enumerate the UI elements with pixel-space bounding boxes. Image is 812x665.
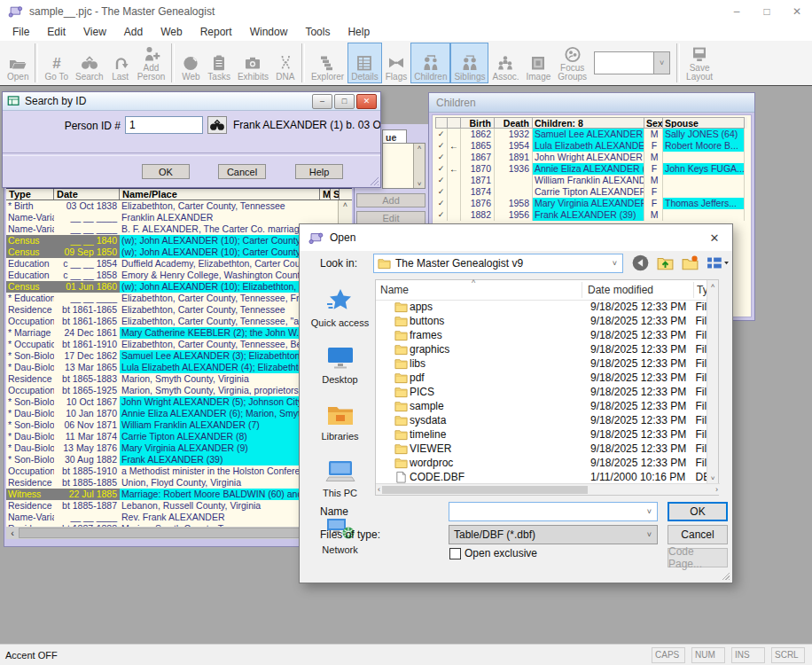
menu-add[interactable]: Add [115, 26, 152, 38]
toolbar-button-siblings[interactable]: Siblings [450, 43, 488, 83]
menu-view[interactable]: View [74, 26, 115, 38]
file-row-timeline[interactable]: timeline9/18/2025 12:33 PMFil [376, 427, 707, 442]
maximize-button[interactable]: □ [752, 0, 782, 22]
value-tab[interactable]: ue [382, 129, 407, 143]
scroll-up-icon[interactable]: ˄ [418, 144, 422, 152]
open-dialog-close-button[interactable]: ✕ [697, 224, 732, 251]
event-row[interactable]: Census__ __ 1840(w); John ALEXANDER (10)… [6, 235, 340, 246]
sidebar-item-desktop[interactable]: Desktop [305, 336, 375, 393]
event-row[interactable]: * Dau-Biologic13 May 1876Mary Virginia A… [6, 442, 340, 454]
children-row[interactable]: ✓←18701936Annie Eliza ALEXANDER (6)FJohn… [435, 163, 747, 175]
file-row-frames[interactable]: frames9/18/2025 12:33 PMFil [376, 328, 707, 342]
cancel-button[interactable]: Cancel [218, 164, 266, 179]
open-ok-button[interactable]: OK [668, 502, 728, 521]
scroll-up-icon[interactable]: ˄ [711, 282, 715, 290]
children-row[interactable]: ✓1871William Franklin ALEXANDER (7)M [435, 175, 747, 186]
children-row[interactable]: ✓18671891John Wright ALEXANDER (5)M [435, 152, 747, 163]
scroll-up-icon[interactable]: ˄ [343, 200, 347, 209]
open-cancel-button[interactable]: Cancel [668, 525, 728, 544]
back-icon[interactable] [632, 254, 649, 271]
file-row-viewer[interactable]: VIEWER9/18/2025 12:33 PMFil [376, 442, 707, 456]
open-exclusive-checkbox[interactable]: Open exclusive [449, 547, 537, 559]
search-dialog-titlebar[interactable]: Search by ID – □ ✕ [3, 92, 380, 111]
menu-file[interactable]: File [4, 26, 38, 38]
toolbar-combobox[interactable]: ˅ [594, 51, 670, 74]
file-row-sample[interactable]: sample9/18/2025 12:33 PMFil [376, 399, 707, 413]
chevron-down-icon[interactable]: ˅ [613, 259, 617, 268]
event-row[interactable]: Name-Variat__ __ ____Franklin ALEXANDER [6, 212, 340, 223]
sidebar-item-this-pc[interactable]: This PC [305, 450, 375, 506]
event-row[interactable]: Witness22 Jul 1885Marriage: Robert Moore… [6, 489, 340, 500]
file-name-combobox[interactable]: ˅ [449, 502, 658, 521]
children-row[interactable]: ✓1874Carrie Tipton ALEXANDER (8)F [435, 186, 747, 198]
event-row[interactable]: * Son-Biologic17 Dec 1862Samuel Lee ALEX… [6, 350, 340, 362]
file-row-libs[interactable]: libs9/18/2025 12:33 PMFil [376, 356, 707, 371]
scroll-right-icon[interactable]: › [715, 485, 718, 494]
event-row[interactable]: * Dau-Biologic13 Mar 1865Lula Elizabeth … [6, 362, 340, 373]
toolbar-button-go-to[interactable]: #Go To [41, 43, 72, 83]
toolbar-button-tasks[interactable]: Tasks [204, 43, 234, 83]
chevron-down-icon[interactable]: ˅ [647, 507, 652, 516]
menu-web[interactable]: Web [152, 26, 191, 38]
toolbar-button-search[interactable]: Search [72, 43, 107, 83]
menu-help[interactable]: Help [339, 26, 379, 38]
look-in-combobox[interactable]: The Master Genealogist v9 ˅ [373, 254, 623, 273]
add-button[interactable]: Add [356, 193, 426, 207]
toolbar-button-open[interactable]: Open [4, 43, 32, 83]
sidebar-item-quick-access[interactable]: Quick access [305, 279, 375, 336]
event-row[interactable]: Residencebt 1885-1885Union, Floyd County… [6, 477, 340, 489]
toolbar-button-focus-groups[interactable]: Focus Groups [554, 43, 590, 83]
children-row[interactable]: ✓←18651954Lula Elizabeth ALEXANDER (4)FR… [435, 140, 747, 152]
ok-button[interactable]: OK [142, 164, 190, 179]
find-button[interactable] [207, 116, 227, 134]
event-row[interactable]: * Son-Biologic30 Aug 1882Frank ALEXANDER… [6, 454, 340, 466]
person-id-input[interactable] [125, 116, 203, 134]
open-dialog-titlebar[interactable]: Open ✕ [300, 224, 732, 251]
children-row[interactable]: ✓18821956Frank ALEXANDER (39)M [435, 209, 747, 221]
event-row[interactable]: * Son-Biologic06 Nov 1871William Frankli… [6, 419, 340, 431]
children-titlebar[interactable]: Children [429, 93, 754, 113]
toolbar-button-exhibits[interactable]: Exhibits [234, 43, 272, 83]
event-row[interactable]: * Dau-Biologic11 Mar 1874Carrie Tipton A… [6, 431, 340, 442]
event-row[interactable]: * Marriage24 Dec 1861Mary Catherine KEEB… [6, 327, 340, 339]
menu-report[interactable]: Report [191, 26, 241, 38]
event-row[interactable]: * Occupationbt 1861-1910Elizabethton, Ca… [6, 339, 340, 350]
view-menu-icon[interactable] [707, 255, 730, 270]
toolbar-button-assoc-[interactable]: Assoc. [488, 43, 522, 83]
menu-edit[interactable]: Edit [38, 26, 74, 38]
dialog-maximize-button[interactable]: □ [334, 94, 355, 109]
scroll-down-icon[interactable]: ˅ [711, 474, 715, 482]
files-of-type-combobox[interactable]: Table/DBF (*.dbf) ˅ [449, 525, 658, 544]
event-row[interactable]: Residencebt 1865-1883Marion, Smyth Count… [6, 373, 340, 385]
toolbar-button-web[interactable]: Web [177, 43, 204, 83]
event-row[interactable]: * Birth03 Oct 1838Elizabethton, Carter C… [6, 200, 340, 212]
event-row[interactable]: Name-Variat__ __ ____Rev. Frank ALEXANDE… [6, 512, 340, 523]
resize-grip[interactable] [370, 176, 379, 185]
toolbar-combobox-value[interactable] [595, 52, 653, 74]
event-row[interactable]: Occupationbt 1861-1865Elizabethton, Cart… [6, 316, 340, 327]
file-row-apps[interactable]: apps9/18/2025 12:33 PMFil [376, 300, 707, 314]
file-list-horizontal-scrollbar[interactable]: ‹ › [376, 483, 720, 495]
toolbar-button-children[interactable]: Children [410, 43, 450, 83]
event-row[interactable]: Census01 Jun 1860(w); John ALEXANDER (10… [6, 281, 340, 293]
resize-grip[interactable] [722, 572, 730, 580]
event-row[interactable]: Occupationbt 1885-1910a Methodist minist… [6, 466, 340, 477]
toolbar-button-details[interactable]: Details [347, 43, 382, 83]
menu-window[interactable]: Window [241, 26, 297, 38]
menu-tools[interactable]: Tools [296, 26, 339, 38]
chevron-down-icon[interactable]: ˅ [653, 52, 669, 74]
dialog-minimize-button[interactable]: – [312, 94, 332, 109]
scroll-left-icon[interactable]: ‹ [6, 528, 19, 538]
event-row[interactable]: * Dau-Biologic10 Jan 1870Annie Eliza ALE… [6, 408, 340, 419]
up-one-level-icon[interactable] [657, 255, 674, 270]
file-row-wordproc[interactable]: wordproc9/18/2025 12:33 PMFil [376, 456, 707, 470]
file-row-pdf[interactable]: pdf9/18/2025 12:33 PMFil [376, 371, 707, 385]
event-row[interactable]: * Son-Biologic10 Oct 1867John Wright ALE… [6, 396, 340, 408]
event-row[interactable]: * Education__ __ ____Elizabethton, Carte… [6, 293, 340, 304]
value-listbox[interactable]: ˄ ˅ [382, 143, 426, 189]
scroll-left-icon[interactable]: ‹ [378, 485, 380, 494]
event-row[interactable]: Occupationbt 1865-1925Marion, Smyth Coun… [6, 385, 340, 396]
dialog-close-button[interactable]: ✕ [356, 94, 377, 109]
scroll-down-icon[interactable]: ˅ [418, 180, 422, 188]
toolbar-button-save-layout[interactable]: Save Layout [683, 43, 716, 83]
